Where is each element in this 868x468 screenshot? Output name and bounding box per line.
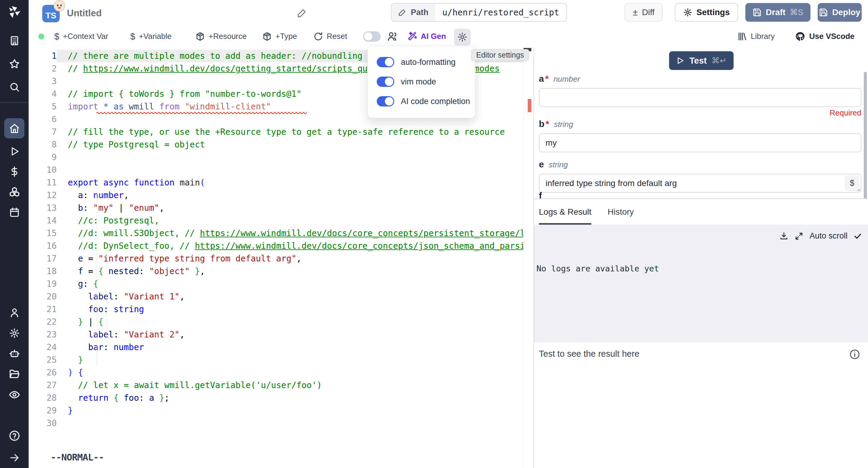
code-line[interactable]: 26) { — [29, 367, 523, 379]
line-number: 30 — [29, 417, 57, 430]
line-number: 19 — [29, 278, 57, 290]
error-squiggle — [96, 111, 307, 114]
collab-switch[interactable] — [363, 31, 381, 41]
path-label: Path — [411, 8, 429, 17]
ai-completion-toggle[interactable] — [377, 96, 394, 107]
library-icon — [737, 31, 747, 41]
user-icon[interactable] — [0, 303, 29, 322]
vim-block-cursor — [96, 50, 101, 62]
test-shortcut: ⌘↵ — [712, 56, 727, 65]
script-title: Untitled — [67, 8, 101, 19]
editor-settings-gear-button[interactable] — [454, 29, 471, 46]
tab-logs-result[interactable]: Logs & Result — [539, 199, 591, 225]
expand-logs-icon[interactable] — [795, 232, 804, 241]
code-line[interactable]: 28 return { foo: a }; — [29, 392, 523, 404]
home-icon[interactable] — [0, 119, 29, 138]
field-a-input[interactable] — [539, 88, 861, 107]
code-line[interactable]: 18 f = { nested: "object" }, — [29, 265, 523, 278]
edit-title-pencil-icon[interactable] — [297, 8, 307, 19]
code-line[interactable]: 22 } | { — [29, 316, 523, 328]
code-line[interactable]: 7// fill the type, or use the +Resource … — [29, 126, 523, 138]
code-line[interactable]: 8// type Postgresql = object — [29, 138, 523, 151]
line-number: 21 — [29, 303, 57, 316]
field-a-error: Required — [830, 108, 861, 118]
diff-button[interactable]: ± Diff — [624, 3, 663, 22]
code-line[interactable]: 12 a: number, — [29, 189, 523, 202]
settings-button[interactable]: Settings — [675, 3, 738, 22]
folders-icon[interactable] — [0, 364, 29, 384]
code-line[interactable]: 25 } — [29, 354, 523, 367]
error-overview-mark — [528, 99, 531, 112]
magic-wand-icon — [407, 31, 417, 41]
resources-cubes-icon[interactable] — [0, 182, 29, 201]
use-vscode-button[interactable]: Use VScode — [795, 25, 855, 47]
draft-shortcut: ⌘S — [789, 7, 803, 17]
auto-scroll-label[interactable]: Auto scroll — [809, 231, 847, 241]
sidebar — [0, 0, 29, 468]
reset-button[interactable]: Reset — [313, 25, 347, 47]
search-icon[interactable] — [0, 78, 29, 97]
workers-robot-icon[interactable] — [0, 344, 29, 363]
variables-dollar-icon[interactable] — [0, 162, 29, 181]
code-line[interactable]: 16 //d: DynSelect_foo, // https://www.wi… — [29, 240, 523, 253]
add-resource-button[interactable]: +Resource — [195, 25, 247, 47]
code-line[interactable]: 9 — [29, 151, 523, 164]
resize-handle[interactable] — [856, 187, 861, 192]
tab-history[interactable]: History — [608, 199, 634, 225]
code-line[interactable]: 14 //c: Postgresql, — [29, 214, 523, 227]
code-line[interactable]: 23 label: "Variant 2", — [29, 328, 523, 341]
test-button[interactable]: Test ⌘↵ — [669, 51, 734, 70]
code-line[interactable]: 30 — [29, 417, 523, 430]
collab-toggle[interactable] — [363, 25, 381, 47]
add-context-var-button[interactable]: $ +Context Var — [54, 25, 108, 47]
line-number: 14 — [29, 214, 57, 227]
code-line[interactable]: 15 //d: wmill.S3Object, // https://www.w… — [29, 227, 523, 240]
path-button[interactable]: Path u/henri/restored_script — [391, 3, 567, 22]
audit-eye-icon[interactable] — [0, 385, 29, 404]
vim-mode-row: vim mode — [377, 77, 436, 87]
ai-gen-button[interactable]: AI Gen — [407, 25, 446, 47]
code-line[interactable]: 13 b: "my" | "enum", — [29, 202, 523, 214]
library-button[interactable]: Library — [737, 25, 775, 47]
line-number: 4 — [29, 88, 57, 100]
path-label-section: Path — [392, 4, 435, 21]
field-a-type: number — [553, 75, 580, 84]
line-number: 5 — [29, 100, 57, 113]
expand-sidebar-arrow-icon[interactable] — [0, 448, 29, 467]
play-icon — [676, 56, 684, 65]
code-line[interactable]: 27 // let x = await wmill.getVariable('u… — [29, 379, 523, 392]
save-icon — [752, 8, 762, 17]
download-logs-icon[interactable] — [779, 232, 788, 241]
code-line[interactable]: 20 label: "Variant 1", — [29, 290, 523, 303]
package-icon — [262, 32, 272, 41]
multiplayer-users-icon[interactable] — [387, 25, 399, 47]
field-a-name: a — [539, 74, 544, 84]
deploy-button[interactable]: Deploy — [818, 3, 862, 22]
workspace-building-icon[interactable] — [0, 31, 29, 50]
schedules-calendar-icon[interactable] — [0, 203, 29, 222]
code-line[interactable]: 11export async function main( — [29, 176, 523, 189]
code-line[interactable]: 19 g: { — [29, 278, 523, 290]
auto-formatting-toggle[interactable] — [377, 57, 394, 67]
code-line[interactable]: 17 e = "inferred type string from defaul… — [29, 253, 523, 265]
check-icon[interactable] — [854, 232, 862, 240]
windmill-logo-icon[interactable] — [7, 5, 22, 21]
code-line[interactable]: 21 foo: string — [29, 303, 523, 316]
baby-emoji-badge — [54, 0, 65, 11]
draft-button[interactable]: Draft ⌘S — [745, 3, 810, 22]
field-e-input[interactable] — [539, 174, 861, 193]
field-b-input[interactable] — [539, 133, 861, 152]
code-line[interactable]: 24 bar: number — [29, 341, 523, 354]
settings-gear-icon[interactable] — [0, 324, 29, 343]
code-line[interactable]: 29} — [29, 404, 523, 417]
help-icon[interactable] — [0, 426, 29, 445]
add-type-button[interactable]: +Type — [262, 25, 297, 47]
favorites-star-icon[interactable] — [0, 54, 29, 74]
editor-settings-popup: auto-formatting vim mode AI code complet… — [367, 46, 475, 118]
info-icon[interactable] — [849, 349, 860, 360]
runs-play-icon[interactable] — [0, 142, 29, 161]
field-b-type: string — [554, 120, 573, 129]
code-line[interactable]: 10 — [29, 164, 523, 176]
add-variable-button[interactable]: $ +Variable — [130, 25, 172, 47]
vim-mode-toggle[interactable] — [377, 77, 394, 87]
